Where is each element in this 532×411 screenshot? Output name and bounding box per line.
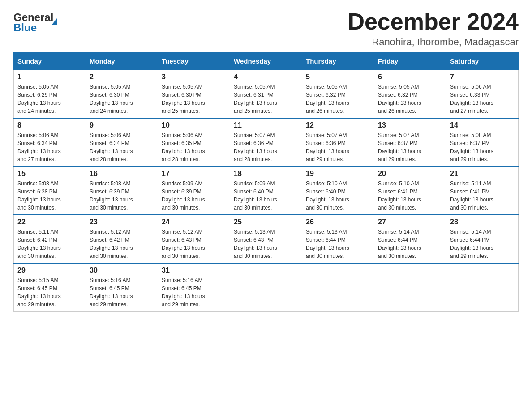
page-header: General Blue December 2024 Ranohira, Iho… bbox=[13, 9, 519, 48]
day-info: Sunrise: 5:11 AMSunset: 6:41 PMDaylight:… bbox=[450, 180, 515, 212]
day-info: Sunrise: 5:12 AMSunset: 6:42 PMDaylight:… bbox=[90, 228, 154, 260]
day-number: 29 bbox=[17, 266, 82, 274]
day-info: Sunrise: 5:06 AMSunset: 6:34 PMDaylight:… bbox=[90, 131, 154, 163]
day-info: Sunrise: 5:08 AMSunset: 6:39 PMDaylight:… bbox=[90, 180, 154, 212]
day-number: 31 bbox=[162, 266, 226, 274]
calendar-cell: 22Sunrise: 5:11 AMSunset: 6:42 PMDayligh… bbox=[14, 215, 86, 263]
day-number: 4 bbox=[234, 73, 298, 81]
col-header-thursday: Thursday bbox=[302, 53, 374, 70]
day-number: 15 bbox=[17, 170, 82, 178]
calendar-cell: 17Sunrise: 5:09 AMSunset: 6:39 PMDayligh… bbox=[158, 167, 230, 215]
title-section: December 2024 Ranohira, Ihorombe, Madaga… bbox=[348, 9, 519, 48]
calendar-cell: 13Sunrise: 5:07 AMSunset: 6:37 PMDayligh… bbox=[374, 118, 446, 167]
day-info: Sunrise: 5:10 AMSunset: 6:41 PMDaylight:… bbox=[378, 180, 442, 212]
location-subtitle: Ranohira, Ihorombe, Madagascar bbox=[348, 36, 519, 48]
calendar-table: SundayMondayTuesdayWednesdayThursdayFrid… bbox=[13, 52, 519, 312]
calendar-cell: 9Sunrise: 5:06 AMSunset: 6:34 PMDaylight… bbox=[86, 118, 158, 167]
calendar-cell: 27Sunrise: 5:14 AMSunset: 6:44 PMDayligh… bbox=[374, 215, 446, 263]
day-number: 13 bbox=[378, 121, 442, 129]
day-number: 27 bbox=[378, 218, 442, 226]
calendar-cell: 10Sunrise: 5:06 AMSunset: 6:35 PMDayligh… bbox=[158, 118, 230, 167]
calendar-cell: 26Sunrise: 5:13 AMSunset: 6:44 PMDayligh… bbox=[302, 215, 374, 263]
day-info: Sunrise: 5:14 AMSunset: 6:44 PMDaylight:… bbox=[378, 228, 442, 260]
day-info: Sunrise: 5:07 AMSunset: 6:36 PMDaylight:… bbox=[306, 131, 370, 163]
day-number: 5 bbox=[306, 73, 370, 81]
calendar-cell: 30Sunrise: 5:16 AMSunset: 6:45 PMDayligh… bbox=[86, 263, 158, 312]
calendar-cell: 15Sunrise: 5:08 AMSunset: 6:38 PMDayligh… bbox=[14, 167, 86, 215]
calendar-week-row: 29Sunrise: 5:15 AMSunset: 6:45 PMDayligh… bbox=[14, 263, 519, 312]
day-number: 3 bbox=[162, 73, 226, 81]
day-number: 21 bbox=[450, 170, 515, 178]
calendar-cell: 16Sunrise: 5:08 AMSunset: 6:39 PMDayligh… bbox=[86, 167, 158, 215]
day-number: 25 bbox=[234, 218, 298, 226]
logo-blue-text: Blue bbox=[13, 21, 37, 34]
day-number: 20 bbox=[378, 170, 442, 178]
day-number: 1 bbox=[17, 73, 82, 81]
calendar-cell: 19Sunrise: 5:10 AMSunset: 6:40 PMDayligh… bbox=[302, 167, 374, 215]
day-info: Sunrise: 5:08 AMSunset: 6:38 PMDaylight:… bbox=[17, 180, 82, 212]
calendar-cell: 12Sunrise: 5:07 AMSunset: 6:36 PMDayligh… bbox=[302, 118, 374, 167]
day-info: Sunrise: 5:08 AMSunset: 6:37 PMDaylight:… bbox=[450, 131, 515, 163]
day-number: 17 bbox=[162, 170, 226, 178]
logo: General Blue bbox=[13, 9, 57, 34]
day-number: 9 bbox=[90, 121, 154, 129]
day-info: Sunrise: 5:16 AMSunset: 6:45 PMDaylight:… bbox=[90, 276, 154, 308]
day-number: 23 bbox=[90, 218, 154, 226]
calendar-cell: 11Sunrise: 5:07 AMSunset: 6:36 PMDayligh… bbox=[230, 118, 302, 167]
day-number: 19 bbox=[306, 170, 370, 178]
calendar-cell: 3Sunrise: 5:05 AMSunset: 6:30 PMDaylight… bbox=[158, 70, 230, 118]
calendar-header-row: SundayMondayTuesdayWednesdayThursdayFrid… bbox=[14, 53, 519, 70]
calendar-cell: 23Sunrise: 5:12 AMSunset: 6:42 PMDayligh… bbox=[86, 215, 158, 263]
calendar-cell: 7Sunrise: 5:06 AMSunset: 6:33 PMDaylight… bbox=[446, 70, 519, 118]
calendar-week-row: 15Sunrise: 5:08 AMSunset: 6:38 PMDayligh… bbox=[14, 167, 519, 215]
col-header-sunday: Sunday bbox=[14, 53, 86, 70]
day-number: 18 bbox=[234, 170, 298, 178]
day-number: 12 bbox=[306, 121, 370, 129]
day-info: Sunrise: 5:07 AMSunset: 6:37 PMDaylight:… bbox=[378, 131, 442, 163]
day-number: 28 bbox=[450, 218, 515, 226]
day-number: 22 bbox=[17, 218, 82, 226]
day-info: Sunrise: 5:05 AMSunset: 6:32 PMDaylight:… bbox=[378, 83, 442, 115]
day-number: 7 bbox=[450, 73, 515, 81]
day-info: Sunrise: 5:13 AMSunset: 6:44 PMDaylight:… bbox=[306, 228, 370, 260]
day-info: Sunrise: 5:14 AMSunset: 6:44 PMDaylight:… bbox=[450, 228, 515, 260]
calendar-cell: 18Sunrise: 5:09 AMSunset: 6:40 PMDayligh… bbox=[230, 167, 302, 215]
day-info: Sunrise: 5:06 AMSunset: 6:34 PMDaylight:… bbox=[17, 131, 82, 163]
calendar-cell: 14Sunrise: 5:08 AMSunset: 6:37 PMDayligh… bbox=[446, 118, 519, 167]
day-info: Sunrise: 5:07 AMSunset: 6:36 PMDaylight:… bbox=[234, 131, 298, 163]
col-header-wednesday: Wednesday bbox=[230, 53, 302, 70]
day-info: Sunrise: 5:06 AMSunset: 6:35 PMDaylight:… bbox=[162, 131, 226, 163]
day-number: 16 bbox=[90, 170, 154, 178]
calendar-cell bbox=[446, 263, 519, 312]
day-info: Sunrise: 5:05 AMSunset: 6:30 PMDaylight:… bbox=[162, 83, 226, 115]
day-number: 6 bbox=[378, 73, 442, 81]
calendar-cell bbox=[302, 263, 374, 312]
calendar-cell: 31Sunrise: 5:16 AMSunset: 6:45 PMDayligh… bbox=[158, 263, 230, 312]
day-number: 14 bbox=[450, 121, 515, 129]
day-info: Sunrise: 5:05 AMSunset: 6:29 PMDaylight:… bbox=[17, 83, 82, 115]
day-info: Sunrise: 5:05 AMSunset: 6:30 PMDaylight:… bbox=[90, 83, 154, 115]
day-info: Sunrise: 5:09 AMSunset: 6:40 PMDaylight:… bbox=[234, 180, 298, 212]
calendar-cell: 28Sunrise: 5:14 AMSunset: 6:44 PMDayligh… bbox=[446, 215, 519, 263]
col-header-tuesday: Tuesday bbox=[158, 53, 230, 70]
day-info: Sunrise: 5:13 AMSunset: 6:43 PMDaylight:… bbox=[234, 228, 298, 260]
calendar-cell: 20Sunrise: 5:10 AMSunset: 6:41 PMDayligh… bbox=[374, 167, 446, 215]
day-info: Sunrise: 5:05 AMSunset: 6:31 PMDaylight:… bbox=[234, 83, 298, 115]
calendar-cell: 29Sunrise: 5:15 AMSunset: 6:45 PMDayligh… bbox=[14, 263, 86, 312]
day-number: 26 bbox=[306, 218, 370, 226]
calendar-cell: 2Sunrise: 5:05 AMSunset: 6:30 PMDaylight… bbox=[86, 70, 158, 118]
calendar-week-row: 22Sunrise: 5:11 AMSunset: 6:42 PMDayligh… bbox=[14, 215, 519, 263]
day-info: Sunrise: 5:15 AMSunset: 6:45 PMDaylight:… bbox=[17, 276, 82, 308]
logo-triangle-icon bbox=[52, 18, 57, 25]
day-number: 30 bbox=[90, 266, 154, 274]
calendar-cell: 4Sunrise: 5:05 AMSunset: 6:31 PMDaylight… bbox=[230, 70, 302, 118]
day-number: 2 bbox=[90, 73, 154, 81]
col-header-saturday: Saturday bbox=[446, 53, 519, 70]
day-number: 24 bbox=[162, 218, 226, 226]
calendar-cell: 6Sunrise: 5:05 AMSunset: 6:32 PMDaylight… bbox=[374, 70, 446, 118]
calendar-cell: 25Sunrise: 5:13 AMSunset: 6:43 PMDayligh… bbox=[230, 215, 302, 263]
calendar-week-row: 8Sunrise: 5:06 AMSunset: 6:34 PMDaylight… bbox=[14, 118, 519, 167]
day-info: Sunrise: 5:06 AMSunset: 6:33 PMDaylight:… bbox=[450, 83, 515, 115]
day-info: Sunrise: 5:09 AMSunset: 6:39 PMDaylight:… bbox=[162, 180, 226, 212]
calendar-cell bbox=[230, 263, 302, 312]
